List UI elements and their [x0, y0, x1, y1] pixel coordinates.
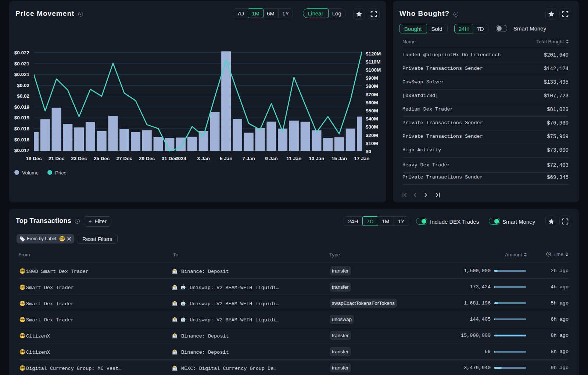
- svg-text:23 Dec: 23 Dec: [71, 156, 87, 161]
- svg-text:5 Jan: 5 Jan: [220, 156, 233, 161]
- svg-text:$70M: $70M: [366, 92, 378, 97]
- svg-text:$50M: $50M: [366, 108, 378, 113]
- svg-text:$90M: $90M: [366, 75, 378, 81]
- svg-text:$0.021: $0.021: [14, 61, 30, 66]
- svg-text:29 Dec: 29 Dec: [139, 156, 155, 161]
- svg-text:$0.019: $0.019: [14, 115, 29, 120]
- svg-text:27 Dec: 27 Dec: [116, 156, 132, 161]
- svg-text:Price: Price: [55, 170, 67, 176]
- svg-text:$120M: $120M: [366, 51, 381, 57]
- svg-text:25 Dec: 25 Dec: [94, 156, 110, 161]
- svg-text:$40M: $40M: [366, 116, 378, 122]
- svg-text:$60M: $60M: [366, 100, 378, 105]
- svg-text:3 Jan: 3 Jan: [197, 156, 210, 161]
- svg-text:$80M: $80M: [366, 83, 378, 89]
- svg-text:15 Jan: 15 Jan: [331, 156, 347, 161]
- svg-text:Volume: Volume: [22, 170, 39, 176]
- svg-text:11 Jan: 11 Jan: [286, 156, 301, 161]
- svg-text:$0.018: $0.018: [14, 137, 30, 143]
- svg-text:$110M: $110M: [366, 59, 381, 65]
- svg-text:13 Jan: 13 Jan: [309, 156, 324, 161]
- svg-text:7 Jan: 7 Jan: [243, 156, 255, 161]
- svg-text:$0: $0: [366, 149, 371, 154]
- svg-text:$100M: $100M: [366, 67, 381, 73]
- svg-text:21 Dec: 21 Dec: [49, 156, 65, 161]
- svg-text:9 Jan: 9 Jan: [265, 156, 278, 161]
- svg-text:$0.022: $0.022: [14, 50, 29, 55]
- svg-text:$0.017: $0.017: [14, 148, 29, 153]
- svg-text:$0.02: $0.02: [17, 83, 29, 88]
- svg-text:$20M: $20M: [366, 133, 378, 138]
- svg-text:$30M: $30M: [366, 124, 378, 130]
- svg-text:19 Dec: 19 Dec: [26, 156, 42, 161]
- svg-text:2024: 2024: [175, 156, 187, 161]
- svg-text:$0.021: $0.021: [14, 72, 30, 77]
- svg-text:$0.02: $0.02: [17, 93, 29, 99]
- svg-text:$0.019: $0.019: [14, 104, 29, 110]
- svg-text:$10M: $10M: [366, 141, 378, 146]
- svg-text:17 Jan: 17 Jan: [354, 156, 370, 161]
- svg-text:$0.018: $0.018: [14, 126, 30, 131]
